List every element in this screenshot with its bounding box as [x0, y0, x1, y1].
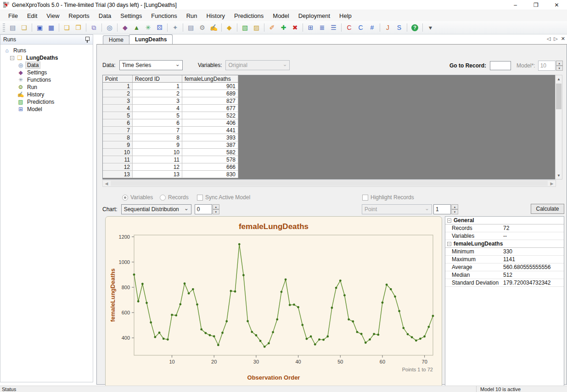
- sync-active-model-checkbox[interactable]: [197, 195, 203, 201]
- cell[interactable]: 3: [103, 97, 133, 105]
- help-icon[interactable]: ?: [410, 22, 420, 33]
- cell[interactable]: 5: [103, 112, 133, 119]
- folders-icon[interactable]: ❐: [73, 22, 84, 33]
- scroll-thumb[interactable]: [556, 84, 561, 109]
- cell[interactable]: 10: [103, 149, 133, 156]
- tab-close-icon[interactable]: ✕: [561, 36, 565, 42]
- cell[interactable]: 4: [103, 105, 133, 112]
- cell[interactable]: 7: [133, 127, 182, 134]
- tab-lungdeaths[interactable]: LungDeaths: [129, 34, 173, 44]
- calculate-button[interactable]: Calculate: [531, 204, 564, 214]
- hscroll-thumb[interactable]: [111, 181, 548, 186]
- export-cpp-icon[interactable]: C: [355, 22, 366, 33]
- copy-document-icon[interactable]: ⧉: [89, 22, 99, 33]
- cell[interactable]: 387: [182, 141, 238, 149]
- tree-up-icon[interactable]: ▲: [131, 22, 142, 33]
- cell[interactable]: 11: [103, 156, 133, 163]
- general-settings-gear-icon[interactable]: ⚙: [197, 22, 208, 33]
- chart-spin-down-icon[interactable]: ▼: [213, 209, 219, 214]
- tree-item-lungdeaths[interactable]: −❏LungDeaths: [0, 54, 93, 62]
- tab-scroll-right-icon[interactable]: ▷: [554, 36, 557, 42]
- cell[interactable]: 406: [182, 119, 238, 127]
- menu-settings[interactable]: Settings: [116, 11, 146, 21]
- open-folder-icon[interactable]: ❏: [62, 22, 72, 33]
- table-vertical-scrollbar[interactable]: ▲ ▼: [555, 75, 562, 179]
- menu-edit[interactable]: Edit: [22, 11, 42, 21]
- cell[interactable]: 12: [133, 163, 182, 171]
- cell[interactable]: 10: [133, 149, 182, 156]
- point-spinner-value[interactable]: 1: [433, 204, 451, 214]
- cell[interactable]: 393: [182, 134, 238, 141]
- cell[interactable]: 11: [133, 156, 182, 163]
- cell[interactable]: 2: [133, 90, 182, 97]
- model-spinner[interactable]: 10 ▲ ▼: [538, 61, 563, 71]
- collapse-icon[interactable]: −: [447, 242, 451, 246]
- model-horizontal-icon[interactable]: ☰: [328, 22, 339, 33]
- variables-radio[interactable]: [122, 195, 128, 201]
- cell[interactable]: 4: [133, 105, 182, 112]
- cell[interactable]: 13: [103, 171, 133, 178]
- column-header-record-id[interactable]: Record ID: [133, 75, 182, 83]
- point-spinner[interactable]: 1 ▲ ▼: [433, 204, 458, 214]
- gold-nugget-icon[interactable]: ◆: [224, 22, 235, 33]
- cell[interactable]: 666: [182, 163, 238, 171]
- scroll-up-icon[interactable]: ▲: [556, 75, 562, 83]
- functions-blocks-icon[interactable]: ✳: [143, 22, 153, 33]
- records-radio[interactable]: [160, 195, 166, 201]
- pin-icon[interactable]: [84, 36, 90, 43]
- open-run-icon[interactable]: ❏: [19, 22, 29, 33]
- remove-model-icon[interactable]: ✖: [290, 22, 300, 33]
- cell[interactable]: 6: [133, 119, 182, 127]
- data-preview-icon[interactable]: ◎: [104, 22, 115, 33]
- scatter-chart-icon[interactable]: ▧: [240, 22, 250, 33]
- data-type-select[interactable]: Time Series: [119, 60, 183, 70]
- add-model-icon[interactable]: ✚: [278, 22, 289, 33]
- cell[interactable]: 9: [133, 141, 182, 149]
- menu-predictions[interactable]: Predictions: [230, 11, 268, 21]
- tree-item-data[interactable]: ◎Data: [0, 62, 93, 69]
- variables-select[interactable]: Original: [225, 60, 290, 70]
- column-header-femalelungdeaths[interactable]: femaleLungDeaths: [182, 75, 238, 83]
- model-tree-icon[interactable]: ⊞: [305, 22, 316, 33]
- restore-button[interactable]: ❐: [526, 0, 546, 10]
- export-java-icon[interactable]: J: [382, 22, 393, 33]
- grid-chart-icon[interactable]: ▨: [251, 22, 262, 33]
- cell[interactable]: 7: [103, 127, 133, 134]
- point-spin-down-icon[interactable]: ▼: [451, 209, 458, 214]
- cell[interactable]: 582: [182, 149, 238, 156]
- cell[interactable]: 9: [103, 141, 133, 149]
- cell[interactable]: 827: [182, 97, 238, 105]
- cell[interactable]: 689: [182, 90, 238, 97]
- cell[interactable]: 5: [133, 112, 182, 119]
- menu-deployment[interactable]: Deployment: [294, 11, 335, 21]
- menu-view[interactable]: View: [42, 11, 64, 21]
- chart-type-select[interactable]: Sequential Distribution: [121, 204, 191, 214]
- toolbar-overflow-icon[interactable]: ▾: [425, 22, 436, 33]
- model-spinner-value[interactable]: 10: [538, 61, 556, 71]
- point-select[interactable]: Point: [362, 204, 432, 214]
- cell[interactable]: 522: [182, 112, 238, 119]
- export-csharp-icon[interactable]: #: [367, 22, 377, 33]
- model-nodes-icon[interactable]: ≣: [317, 22, 327, 33]
- column-header-point[interactable]: Point: [103, 75, 133, 83]
- menu-history[interactable]: History: [202, 11, 230, 21]
- scroll-left-icon[interactable]: ◀: [103, 181, 110, 186]
- scroll-down-icon[interactable]: ▼: [556, 172, 562, 179]
- menu-model[interactable]: Model: [268, 11, 293, 21]
- cell[interactable]: 441: [182, 127, 238, 134]
- table-horizontal-scrollbar[interactable]: ◀ ▶: [102, 180, 556, 187]
- new-run-icon[interactable]: ▤: [7, 22, 18, 33]
- report-document-icon[interactable]: ▤: [185, 22, 196, 33]
- cell[interactable]: 1: [133, 83, 182, 90]
- minimize-button[interactable]: –: [505, 0, 526, 10]
- model-spin-up-icon[interactable]: ▲: [556, 61, 563, 66]
- tree-item-settings[interactable]: ◆Settings: [0, 69, 93, 76]
- tree-item-history[interactable]: ✍History: [0, 91, 93, 98]
- tree-expander-icon[interactable]: −: [10, 56, 14, 60]
- scroll-right-icon[interactable]: ▶: [548, 181, 556, 186]
- cell[interactable]: 13: [133, 171, 182, 178]
- cell[interactable]: 12: [103, 163, 133, 171]
- cell[interactable]: 2: [103, 90, 133, 97]
- cell[interactable]: 901: [182, 83, 238, 90]
- menu-file[interactable]: File: [4, 11, 22, 21]
